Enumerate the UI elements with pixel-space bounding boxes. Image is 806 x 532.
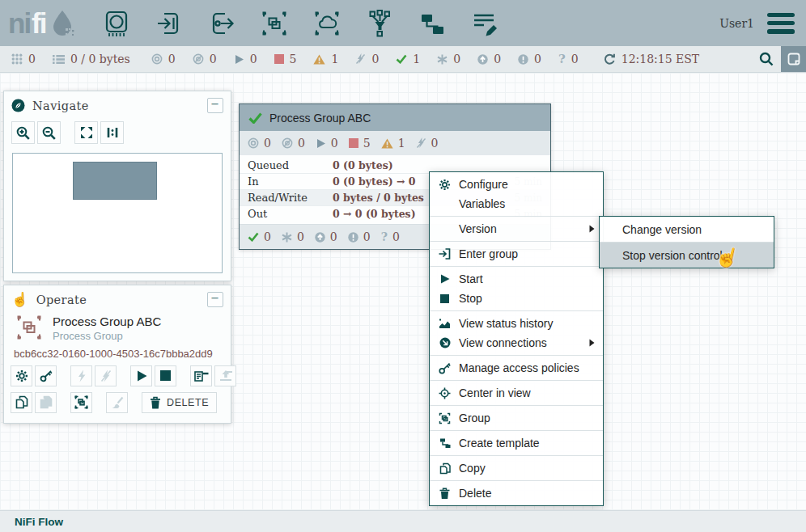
zoom-actual-size-button[interactable] (100, 121, 124, 144)
start-button[interactable] (130, 365, 152, 386)
metric-value: 0 → 0 (0 bytes) (333, 208, 416, 220)
upload-flow-button (214, 365, 236, 386)
menu-item-create-template[interactable]: Create template (430, 433, 603, 453)
zoom-fit-icon (80, 126, 93, 139)
process-group-icon (260, 9, 289, 38)
group-button[interactable] (70, 392, 92, 413)
compass-icon (11, 99, 25, 112)
copy-button[interactable] (11, 392, 32, 413)
pg-disabled-count: 0 (431, 137, 439, 150)
menu-item-copy[interactable]: Copy (430, 458, 603, 478)
process-group-draggable[interactable] (258, 7, 291, 40)
menu-item-view-status-history[interactable]: View status history (430, 314, 603, 333)
disabled-stat: 0 (355, 53, 379, 65)
zoom-out-button[interactable] (37, 121, 61, 144)
breadcrumb-root[interactable]: NiFi Flow (15, 516, 63, 528)
save-flow-version-button[interactable] (190, 365, 212, 386)
menu-item-label: Stop (459, 292, 482, 305)
template-draggable[interactable] (416, 7, 448, 40)
funnel-draggable[interactable] (363, 7, 396, 40)
submenu-item-change-version[interactable]: Change version (600, 217, 774, 243)
locally-modified-stale-icon (348, 232, 358, 243)
configuration-button[interactable] (11, 365, 32, 386)
stop-button[interactable] (155, 365, 176, 386)
metric-label: Out (248, 208, 333, 220)
menu-item-variables[interactable]: Variables (430, 194, 603, 213)
menu-item-label: Configure (459, 178, 508, 191)
submenu-item-label: Stop version control (622, 249, 723, 262)
menu-item-start[interactable]: Start (430, 269, 603, 289)
component-type: Process Group (53, 330, 161, 342)
output-port-draggable[interactable] (206, 7, 238, 40)
menu-item-label: Variables (459, 197, 505, 210)
refresh-icon[interactable] (604, 53, 616, 65)
label-draggable[interactable] (469, 7, 501, 40)
brush-icon (111, 396, 124, 409)
menu-item-manage-access-policies[interactable]: Manage access policies (430, 358, 603, 378)
panel-note-icon (787, 53, 800, 65)
metric-value: 0 (0 bytes) (333, 159, 393, 171)
navigate-collapse-button[interactable]: − (207, 98, 223, 113)
global-menu-icon (767, 13, 795, 18)
operate-title: Operate (36, 293, 87, 306)
enable-button (70, 365, 92, 386)
locally-modified-value: 0 (453, 53, 460, 65)
panel-toggle-button[interactable] (781, 46, 806, 72)
menu-item-view-connections[interactable]: View connections (430, 333, 603, 353)
menu-item-label: Version (459, 222, 497, 235)
access-policies-button[interactable] (35, 365, 57, 386)
key-icon (40, 369, 53, 382)
connections-icon (439, 337, 451, 348)
menu-item-version[interactable]: Version (430, 219, 603, 239)
menu-item-label: Enter group (459, 247, 518, 260)
menu-item-stop[interactable]: Stop (430, 289, 603, 308)
locally-modified-stale-value: 0 (534, 53, 541, 65)
delete-button-label: DELETE (167, 397, 209, 408)
delete-button[interactable]: DELETE (142, 392, 217, 413)
menu-item-enter-group[interactable]: Enter group (430, 244, 603, 264)
stop-icon (160, 370, 171, 381)
logo-text-ni: ni (8, 7, 30, 40)
nifi-droplet-icon (49, 9, 76, 38)
pg-transmitting-count: 0 (264, 137, 271, 150)
global-menu-button[interactable] (767, 13, 795, 34)
submenu-item-stop-version-control[interactable]: Stop version control (600, 243, 774, 268)
zoom-in-button[interactable] (11, 121, 35, 144)
menu-item-label: Center in view (459, 386, 531, 399)
play-icon (440, 274, 450, 284)
flow-canvas[interactable]: Navigate − (0, 73, 806, 510)
stale-arrow-icon (477, 54, 488, 65)
menu-item-configure[interactable]: Configure (430, 175, 603, 194)
menu-item-label: Create template (459, 437, 540, 450)
hand-icon: ☝ (11, 293, 29, 306)
pg-not-transmitting-count: 0 (298, 137, 305, 150)
processor-draggable[interactable] (100, 7, 133, 40)
operate-collapse-button[interactable]: − (207, 292, 223, 307)
metric-value: 0 (0 bytes) → 0 (333, 175, 416, 188)
input-port-draggable[interactable] (153, 7, 185, 40)
component-id: bcb6cc32-0160-1000-4503-16c7bbba2dd9 (4, 342, 231, 365)
menu-item-delete[interactable]: Delete (430, 483, 603, 503)
minimap-viewport-component[interactable] (73, 162, 157, 200)
play-icon (136, 370, 147, 382)
menu-item-group[interactable]: Group (430, 408, 603, 428)
version-submenu: Change version Stop version control (599, 216, 774, 268)
template-icon (439, 437, 451, 449)
component-toolbar (100, 7, 501, 40)
up-to-date-stat: 1 (396, 53, 420, 65)
current-user-label[interactable]: User1 (719, 17, 754, 30)
stopped-value: 5 (290, 53, 297, 65)
stop-icon (440, 294, 449, 303)
pg-stopped-count: 5 (363, 137, 371, 150)
sync-failure-stat: ? 0 (558, 52, 579, 66)
breadcrumb-bar: NiFi Flow (0, 510, 806, 532)
stopped-stat: 5 (274, 53, 297, 65)
search-button[interactable] (752, 46, 781, 72)
disabled-value: 0 (371, 53, 379, 65)
birdseye-minimap[interactable] (12, 153, 223, 273)
menu-item-center-in-view[interactable]: Center in view (430, 383, 603, 403)
not-transmitting-value: 0 (210, 53, 217, 65)
copy-icon (15, 395, 28, 409)
remote-process-group-draggable[interactable] (311, 7, 343, 40)
zoom-fit-button[interactable] (74, 121, 98, 144)
